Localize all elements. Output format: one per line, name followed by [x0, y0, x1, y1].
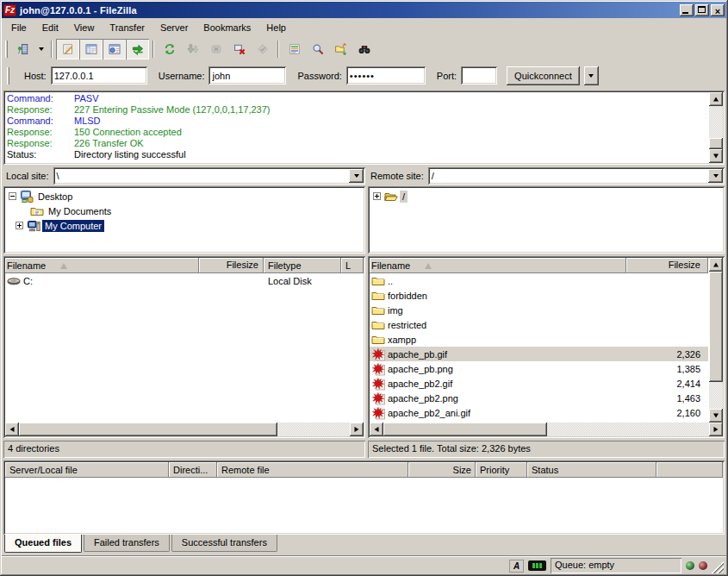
tab-queued-files[interactable]: Queued files [4, 535, 82, 553]
tree-item-desktop[interactable]: Desktop [5, 189, 364, 203]
resize-grip[interactable] [712, 561, 724, 573]
remote-file-row[interactable]: img [370, 303, 708, 317]
scrollbar-thumb[interactable] [709, 272, 723, 382]
username-input[interactable] [208, 66, 286, 85]
column-header-status[interactable]: Status [527, 462, 656, 478]
filter-button[interactable] [283, 39, 306, 59]
disconnect-button[interactable] [227, 39, 251, 59]
menu-server[interactable]: Server [152, 20, 196, 35]
scroll-up-button[interactable] [709, 258, 723, 272]
remote-site-dropdown[interactable] [708, 169, 723, 183]
directory-comparison-button[interactable] [329, 39, 352, 59]
toggle-local-tree-button[interactable] [79, 39, 103, 59]
scroll-right-button[interactable] [350, 423, 364, 436]
tab-successful-transfers[interactable]: Successful transfers [171, 535, 277, 552]
remote-file-row-selected[interactable]: apache_pb.gif2,326 [370, 347, 708, 361]
remote-file-row[interactable]: .. [370, 273, 708, 288]
scrollbar-thumb[interactable] [383, 423, 547, 436]
file-name: img [388, 305, 403, 316]
column-header-last-modified[interactable]: L [341, 258, 364, 273]
log-scrollbar[interactable] [709, 92, 723, 163]
host-input[interactable] [51, 66, 147, 85]
column-header-priority[interactable]: Priority [476, 462, 527, 478]
scroll-left-button[interactable] [5, 423, 19, 436]
folder-icon [371, 333, 385, 347]
remote-file-row[interactable]: forbidden [370, 288, 708, 303]
quickconnect-button[interactable]: Quickconnect [507, 66, 580, 85]
process-queue-button[interactable] [181, 39, 204, 59]
tree-item-my-computer[interactable]: My Computer [5, 218, 364, 233]
scrollbar-thumb[interactable] [709, 138, 723, 149]
site-manager-dropdown[interactable] [34, 39, 47, 59]
quickconnect-grip[interactable] [7, 67, 9, 85]
scroll-left-button[interactable] [370, 423, 383, 436]
toolbar-grip[interactable] [5, 41, 8, 58]
local-file-row[interactable]: C: Local Disk [5, 273, 364, 288]
scroll-down-button[interactable] [709, 409, 723, 423]
column-header-direction[interactable]: Directi... [169, 462, 217, 478]
remote-file-row[interactable]: apache_pb.png1,385 [370, 361, 708, 376]
port-input[interactable] [461, 66, 497, 85]
scrollbar-track[interactable] [709, 272, 723, 409]
synchronized-browsing-button[interactable] [352, 39, 376, 59]
close-button[interactable]: × [711, 4, 725, 16]
collapse-icon[interactable] [9, 192, 16, 200]
remote-file-row[interactable]: xampp [370, 332, 708, 347]
toggle-queue-button[interactable] [126, 39, 149, 59]
minimize-button[interactable] [680, 4, 694, 16]
column-header-filesize[interactable]: Filesize [199, 258, 264, 273]
remote-horizontal-scrollbar[interactable] [370, 423, 723, 436]
remote-file-row[interactable]: apache_pb2.gif2,414 [370, 376, 708, 391]
log-label: Response: [7, 104, 74, 116]
column-header-filename[interactable]: Filename [5, 258, 199, 273]
maximize-button[interactable] [695, 4, 709, 16]
column-header-filesize[interactable]: Filesize [626, 258, 708, 273]
remote-vertical-scrollbar[interactable] [709, 258, 723, 423]
scroll-down-button[interactable] [709, 149, 723, 163]
site-manager-button[interactable] [11, 39, 34, 59]
menu-edit[interactable]: Edit [34, 20, 66, 35]
remote-list-header: Filename Filesize [370, 258, 708, 273]
scrollbar-track[interactable] [383, 423, 709, 436]
column-header-filename[interactable]: Filename [370, 258, 626, 273]
column-header-server-local-file[interactable]: Server/Local file [5, 462, 169, 478]
menu-transfer[interactable]: Transfer [102, 20, 152, 35]
cancel-icon [209, 42, 223, 56]
transfer-type-indicator[interactable]: A [509, 560, 524, 573]
scroll-right-button[interactable] [709, 423, 723, 436]
menu-help[interactable]: Help [258, 20, 294, 35]
tab-failed-transfers[interactable]: Failed transfers [84, 535, 170, 552]
scrollbar-track[interactable] [709, 106, 723, 149]
column-header-filetype[interactable]: Filetype [264, 258, 341, 273]
toggle-remote-tree-button[interactable] [103, 39, 126, 59]
image-file-icon [371, 347, 385, 361]
speed-limits-icon[interactable] [528, 560, 546, 571]
menu-view[interactable]: View [66, 20, 103, 35]
scroll-up-button[interactable] [709, 92, 723, 106]
local-site-dropdown[interactable] [349, 169, 364, 183]
remote-file-row[interactable]: apache_pb2_ani.gif2,160 [370, 405, 708, 420]
remote-file-row[interactable]: apache_pb2.png1,463 [370, 391, 708, 405]
refresh-button[interactable] [158, 39, 181, 59]
file-search-button[interactable] [306, 39, 329, 59]
tree-item-root[interactable]: / [370, 189, 723, 203]
reconnect-button[interactable] [251, 39, 274, 59]
toggle-message-log-button[interactable] [56, 39, 79, 59]
expand-icon[interactable] [373, 192, 381, 200]
cancel-transfer-button[interactable] [204, 39, 227, 59]
remote-site-combobox[interactable]: / [428, 167, 725, 185]
quickconnect-dropdown[interactable] [584, 66, 599, 85]
password-input[interactable] [346, 66, 426, 85]
chevron-down-icon [713, 174, 719, 178]
scrollbar-thumb[interactable] [19, 423, 277, 436]
local-horizontal-scrollbar[interactable] [5, 423, 364, 436]
tree-item-my-documents[interactable]: My Documents [5, 203, 364, 218]
local-site-combobox[interactable]: \ [53, 167, 365, 185]
scrollbar-track[interactable] [19, 423, 350, 436]
menu-bookmarks[interactable]: Bookmarks [196, 20, 258, 35]
column-header-remote-file[interactable]: Remote file [217, 462, 408, 478]
remote-file-row[interactable]: restricted [370, 317, 708, 332]
menu-file[interactable]: File [3, 20, 34, 35]
expand-icon[interactable] [16, 222, 23, 229]
column-header-size[interactable]: Size [408, 462, 476, 478]
